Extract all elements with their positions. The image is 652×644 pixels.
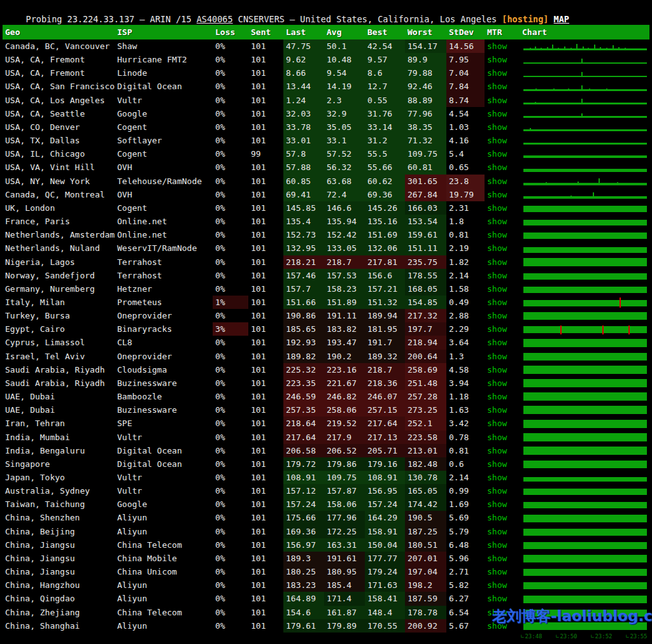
packet-loss-spike	[602, 326, 604, 334]
map-link[interactable]: MAP	[554, 14, 569, 24]
sent-cell: 101	[248, 228, 283, 241]
mtr-show-link[interactable]: show	[487, 527, 507, 536]
sent-cell: 101	[248, 296, 283, 309]
avg-cell: 63.68	[324, 175, 365, 188]
stdev-cell: 0.6	[446, 457, 485, 471]
mtr-show-link[interactable]: show	[487, 162, 507, 172]
mtr-show-link[interactable]: show	[487, 405, 507, 415]
time-tick-label: 23:52	[591, 633, 613, 640]
mtr-show-link[interactable]: show	[487, 55, 507, 64]
mtr-show-link[interactable]: show	[487, 190, 507, 199]
mtr-show-link[interactable]: show	[487, 594, 507, 603]
last-cell: 8.66	[283, 66, 324, 80]
latency-sparkline-bar	[523, 116, 647, 118]
latency-spike	[578, 182, 579, 185]
chart-cell	[520, 484, 649, 497]
sent-cell: 101	[248, 282, 283, 296]
worst-cell: 89.9	[405, 53, 446, 66]
latency-spike	[599, 178, 600, 185]
table-row: Canada, QC, MontrealOVH0%10169.4172.469.…	[3, 188, 649, 201]
sent-cell: 101	[248, 241, 283, 255]
mtr-show-link[interactable]: show	[487, 580, 507, 590]
mtr-show-link[interactable]: show	[487, 122, 507, 132]
latency-spike	[560, 89, 562, 91]
mtr-show-link[interactable]: show	[487, 459, 507, 469]
table-row: China, ShenzhenAliyun0%101175.66177.9616…	[3, 511, 649, 524]
loss-cell: 0%	[213, 39, 248, 53]
mtr-show-link[interactable]: show	[487, 271, 507, 280]
mtr-show-link[interactable]: show	[487, 284, 507, 294]
mtr-show-link[interactable]: show	[487, 217, 507, 226]
mtr-show-link[interactable]: show	[487, 68, 507, 78]
latency-spike	[528, 89, 530, 91]
asn-link[interactable]: AS40065	[197, 14, 233, 24]
chart-cell	[520, 282, 649, 296]
isp-cell: Bamboozle	[115, 390, 213, 403]
mtr-show-link[interactable]: show	[487, 109, 507, 118]
avg-cell: 190.2	[324, 350, 365, 363]
best-cell: 31.76	[365, 107, 405, 120]
mtr-show-link[interactable]: show	[487, 378, 507, 388]
last-cell: 33.01	[283, 134, 324, 147]
mtr-cell: show	[485, 39, 520, 53]
stdev-cell: 1.03	[446, 120, 485, 134]
isp-cell: Vultr	[115, 94, 213, 107]
table-row: USA, CA, San FranciscoDigital Ocean0%101…	[3, 80, 649, 93]
isp-cell: Cogent	[115, 201, 213, 215]
last-cell: 152.73	[283, 228, 324, 241]
mtr-show-link[interactable]: show	[487, 176, 507, 186]
mtr-show-link[interactable]: show	[487, 324, 507, 334]
mtr-show-link[interactable]: show	[487, 136, 507, 145]
mtr-show-link[interactable]: show	[487, 365, 507, 375]
avg-cell: 10.48	[324, 53, 365, 66]
mtr-show-link[interactable]: show	[487, 96, 507, 105]
last-cell: 189.82	[283, 350, 324, 363]
last-cell: 157.46	[283, 269, 324, 282]
sent-cell: 101	[248, 322, 283, 336]
mtr-show-link[interactable]: show	[487, 230, 507, 240]
geo-cell: Turkey, Bursa	[3, 309, 115, 322]
mtr-show-link[interactable]: show	[487, 554, 507, 563]
mtr-show-link[interactable]: show	[487, 567, 507, 576]
mtr-cell: show	[485, 201, 520, 215]
last-cell: 156.97	[283, 538, 324, 552]
stdev-cell: 6.54	[446, 606, 485, 619]
mtr-show-link[interactable]: show	[487, 499, 507, 509]
mtr-cell: show	[485, 53, 520, 66]
mtr-show-link[interactable]: show	[487, 203, 507, 213]
mtr-show-link[interactable]: show	[487, 433, 507, 442]
mtr-show-link[interactable]: show	[487, 41, 507, 51]
probe-title-text: Probing 23.224.33.137 – ARIN /15	[26, 14, 197, 24]
latency-sparkline-bar	[523, 489, 647, 495]
sent-cell: 101	[248, 525, 283, 538]
mtr-cell: show	[485, 431, 520, 444]
table-row: Germany, NurembergHetzner0%101157.7158.2…	[3, 282, 649, 296]
mtr-show-link[interactable]: show	[487, 338, 507, 347]
mtr-show-link[interactable]: show	[487, 513, 507, 522]
mtr-show-link[interactable]: show	[487, 352, 507, 361]
geo-cell: Canada, BC, Vancouver	[3, 39, 115, 53]
chart-cell	[520, 296, 649, 309]
mtr-show-link[interactable]: show	[487, 540, 507, 550]
mtr-show-link[interactable]: show	[487, 392, 507, 401]
mtr-show-link[interactable]: show	[487, 149, 507, 159]
mtr-show-link[interactable]: show	[487, 419, 507, 428]
mtr-show-link[interactable]: show	[487, 311, 507, 320]
table-row: Norway, SandefjordTerrahost0%101157.4615…	[3, 269, 649, 282]
best-cell: 69.36	[365, 188, 405, 201]
mtr-show-link[interactable]: show	[487, 297, 507, 307]
table-row: Italy, MilanPrometeus1%101151.66151.8915…	[3, 296, 649, 309]
mtr-show-link[interactable]: show	[487, 446, 507, 455]
mtr-show-link[interactable]: show	[487, 257, 507, 267]
loss-cell: 0%	[213, 241, 248, 255]
mtr-show-link[interactable]: show	[487, 486, 507, 496]
table-row: Netherlands, AmsterdamOnline.net0%101152…	[3, 228, 649, 241]
isp-cell: Vultr	[115, 484, 213, 497]
mtr-show-link[interactable]: show	[487, 82, 507, 91]
best-cell: 246.07	[365, 390, 405, 403]
mtr-show-link[interactable]: show	[487, 473, 507, 482]
last-cell: 157.12	[283, 484, 324, 497]
latency-spike	[546, 182, 547, 185]
best-cell: 205.71	[365, 444, 405, 457]
mtr-show-link[interactable]: show	[487, 243, 507, 253]
